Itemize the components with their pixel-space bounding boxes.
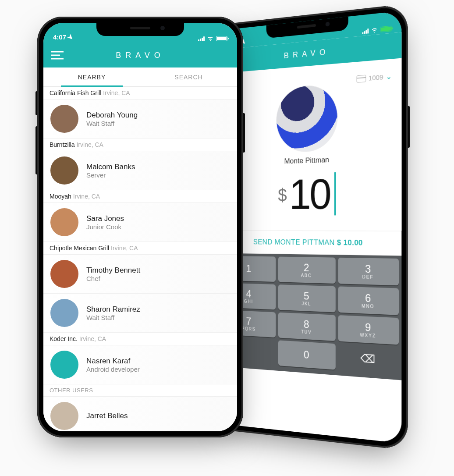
list-item[interactable]: Deborah Young Wait Staff xyxy=(43,99,237,139)
person-role: Junior Cook xyxy=(86,223,124,231)
recipient-avatar xyxy=(276,83,337,153)
card-last4: 1009 xyxy=(369,73,383,82)
wifi-icon xyxy=(207,36,214,41)
section-header: California Fish Grill Irvine, CA xyxy=(43,87,237,99)
person-name: Nasren Karaf xyxy=(86,357,140,366)
key-number: 2 xyxy=(304,262,309,273)
keypad-key-0[interactable]: 0 xyxy=(278,340,335,369)
signal-icon xyxy=(198,36,205,41)
section-header: Koder Inc. Irvine, CA xyxy=(43,333,237,345)
avatar xyxy=(50,105,78,133)
backspace-icon: ⌫ xyxy=(361,352,376,366)
keypad-key-3[interactable]: 3DEF xyxy=(338,258,399,286)
key-number: 1 xyxy=(246,263,252,274)
avatar xyxy=(50,156,78,185)
nearby-list[interactable]: California Fish Grill Irvine, CA Deborah… xyxy=(43,87,237,431)
amount-value: 10 xyxy=(289,172,336,216)
section-header: Chipotle Mexican Grill Irvine, CA xyxy=(43,242,237,255)
send-label: SEND MONTE PITTMAN xyxy=(253,238,335,247)
keypad-key-8[interactable]: 8TUV xyxy=(278,313,335,341)
key-number: 6 xyxy=(365,292,371,303)
place-location: Irvine, CA xyxy=(111,245,138,252)
list-item[interactable]: Malcom Banks Server xyxy=(43,151,237,190)
key-letters: JKL xyxy=(301,301,311,306)
person-name: Jarret Belles xyxy=(86,412,128,420)
place-name: Burntzilla xyxy=(50,141,75,148)
place-location: Irvine, CA xyxy=(79,335,106,342)
keypad-key-5[interactable]: 5JKL xyxy=(278,284,335,312)
section-header: Burntzilla Irvine, CA xyxy=(43,139,237,151)
amount-input[interactable]: $ 10 xyxy=(220,171,401,216)
send-button[interactable]: SEND MONTE PITTMAN $ 10.00 xyxy=(220,231,401,256)
key-letters: PQRS xyxy=(241,326,255,332)
app-title: BRAVO xyxy=(284,47,330,60)
person-role: Android developer xyxy=(86,366,140,373)
place-name: Chipotle Mexican Grill xyxy=(50,245,109,252)
wifi-icon xyxy=(371,27,378,33)
key-letters: TUV xyxy=(301,329,312,334)
screen-pay: 4:57 ➤ ‹ BRAVO 1009 ⌄ Monte Pittman $ xyxy=(220,11,401,444)
signal-icon xyxy=(362,28,369,34)
key-letters: ABC xyxy=(301,273,312,278)
place-name: Koder Inc. xyxy=(50,335,78,342)
key-letters: WXYZ xyxy=(360,332,376,338)
list-item[interactable]: Sara Jones Junior Cook xyxy=(43,203,237,242)
person-role: Server xyxy=(86,171,135,179)
battery-icon xyxy=(216,36,227,41)
location-arrow-icon: ➤ xyxy=(66,32,76,42)
phone-right: 4:57 ➤ ‹ BRAVO 1009 ⌄ Monte Pittman $ xyxy=(215,4,408,451)
list-item[interactable]: Jarret Belles xyxy=(43,397,237,431)
list-item[interactable]: Nasren Karaf Android developer xyxy=(43,345,237,384)
keypad-key-9[interactable]: 9WXYZ xyxy=(338,315,399,345)
send-amount: $ 10.00 xyxy=(337,238,363,247)
key-number: 8 xyxy=(304,319,309,330)
place-name: California Fish Grill xyxy=(50,89,101,96)
person-name: Malcom Banks xyxy=(86,163,135,171)
keypad: 12ABC3DEF4GHI5JKL6MNO7PQRS8TUV9WXYZ.0⌫ xyxy=(220,253,401,380)
phone-left: 4:07 ➤ BRAVO NEARBY SEARCH California Fi… xyxy=(37,17,243,437)
pay-panel: 1009 ⌄ Monte Pittman $ 10 xyxy=(220,58,401,231)
avatar xyxy=(50,208,78,236)
person-name: Deborah Young xyxy=(86,111,138,120)
person-name: Sara Jones xyxy=(86,214,124,223)
avatar xyxy=(50,260,78,288)
key-letters: GHI xyxy=(244,298,253,304)
screen-nearby: 4:07 ➤ BRAVO NEARBY SEARCH California Fi… xyxy=(43,23,237,431)
app-bar: BRAVO xyxy=(43,43,237,67)
card-selector[interactable]: 1009 ⌄ xyxy=(356,72,392,83)
person-name: Timothy Bennett xyxy=(86,266,140,275)
card-icon xyxy=(356,75,366,82)
place-location: Irvine, CA xyxy=(76,141,103,148)
key-letters: MNO xyxy=(362,303,374,309)
place-name: Mooyah xyxy=(50,193,71,200)
notch xyxy=(96,23,184,36)
tab-nearby[interactable]: NEARBY xyxy=(43,67,140,86)
menu-icon[interactable] xyxy=(51,49,64,62)
keypad-key-2[interactable]: 2ABC xyxy=(278,257,335,284)
avatar xyxy=(50,402,78,430)
recipient-name: Monte Pittman xyxy=(220,153,401,168)
list-item[interactable]: Sharon Ramirez Wait Staff xyxy=(43,294,237,333)
place-location: Irvine, CA xyxy=(73,193,100,200)
tab-search[interactable]: SEARCH xyxy=(140,67,237,86)
person-role: Wait Staff xyxy=(86,120,138,127)
battery-charging-icon xyxy=(380,26,391,32)
key-number: 7 xyxy=(246,316,252,327)
chevron-down-icon: ⌄ xyxy=(386,72,392,81)
keypad-delete[interactable]: ⌫ xyxy=(338,344,399,375)
avatar xyxy=(50,351,78,379)
key-number: 9 xyxy=(365,322,371,333)
key-number: 4 xyxy=(246,288,252,299)
key-number: 5 xyxy=(304,291,309,302)
person-role: Chef xyxy=(86,275,140,282)
app-title: BRAVO xyxy=(116,51,165,60)
section-header: Mooyah Irvine, CA xyxy=(43,190,237,203)
list-item[interactable]: Timothy Bennett Chef xyxy=(43,255,237,294)
key-letters: DEF xyxy=(362,274,374,279)
currency-symbol: $ xyxy=(278,185,287,205)
keypad-key-6[interactable]: 6MNO xyxy=(338,286,399,315)
key-number: 3 xyxy=(365,263,371,274)
place-location: Irvine, CA xyxy=(103,89,130,96)
person-role: Wait Staff xyxy=(86,314,140,321)
person-name: Sharon Ramirez xyxy=(86,305,140,314)
